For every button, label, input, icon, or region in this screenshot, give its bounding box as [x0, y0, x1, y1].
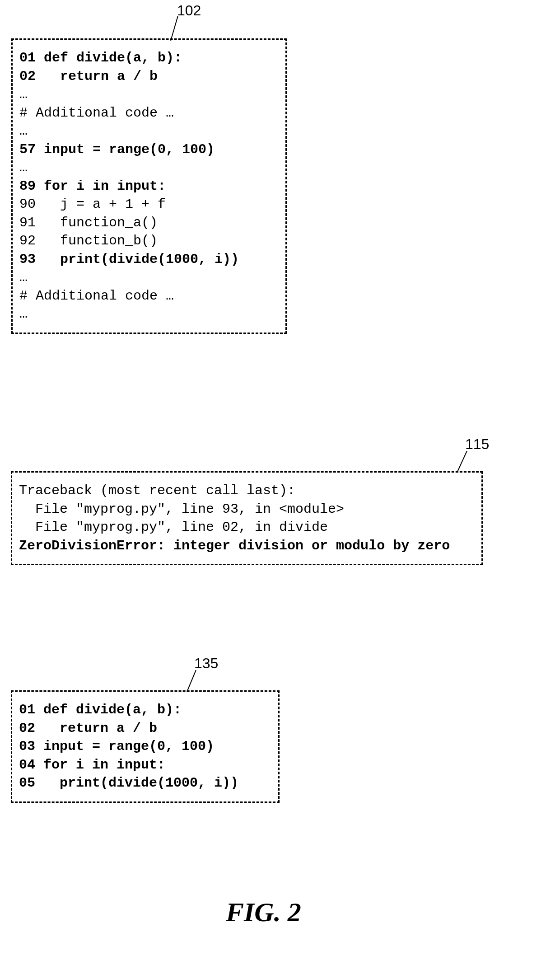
svg-line-2: [187, 670, 196, 692]
code-line: 01 def divide(a, b):: [19, 701, 271, 719]
callout-135: 135: [194, 655, 218, 672]
traceback-box-115: Traceback (most recent call last): File …: [11, 471, 483, 565]
code-box-102: 01 def divide(a, b): 02 return a / b … #…: [11, 38, 287, 334]
code-line: 90 j = a + 1 + f: [19, 195, 279, 214]
code-line: …: [19, 268, 279, 287]
code-line: # Additional code …: [19, 287, 279, 305]
code-line: 91 function_a(): [19, 214, 279, 232]
svg-line-0: [171, 16, 178, 41]
code-line: 57 input = range(0, 100): [19, 141, 279, 159]
code-line: Traceback (most recent call last):: [19, 482, 475, 500]
code-line: 02 return a / b: [19, 67, 279, 86]
code-line: …: [19, 122, 279, 141]
code-line: 04 for i in input:: [19, 756, 271, 774]
code-line: File "myprog.py", line 93, in <module>: [19, 500, 475, 519]
code-line: 03 input = range(0, 100): [19, 737, 271, 756]
code-line: …: [19, 305, 279, 323]
code-line: 05 print(divide(1000, i)): [19, 774, 271, 792]
code-line: File "myprog.py", line 02, in divide: [19, 518, 475, 537]
code-line: ZeroDivisionError: integer division or m…: [19, 537, 475, 555]
code-line: 02 return a / b: [19, 719, 271, 738]
code-line: 92 function_b(): [19, 232, 279, 250]
code-line: …: [19, 85, 279, 104]
callout-115: 115: [465, 436, 489, 453]
figure-label: FIG. 2: [226, 897, 301, 928]
svg-line-1: [457, 451, 467, 473]
code-line: 89 for i in input:: [19, 177, 279, 196]
code-line: 01 def divide(a, b):: [19, 49, 279, 67]
code-box-135: 01 def divide(a, b): 02 return a / b 03 …: [11, 690, 280, 803]
code-line: # Additional code …: [19, 104, 279, 122]
code-line: …: [19, 159, 279, 177]
code-line: 93 print(divide(1000, i)): [19, 250, 279, 269]
